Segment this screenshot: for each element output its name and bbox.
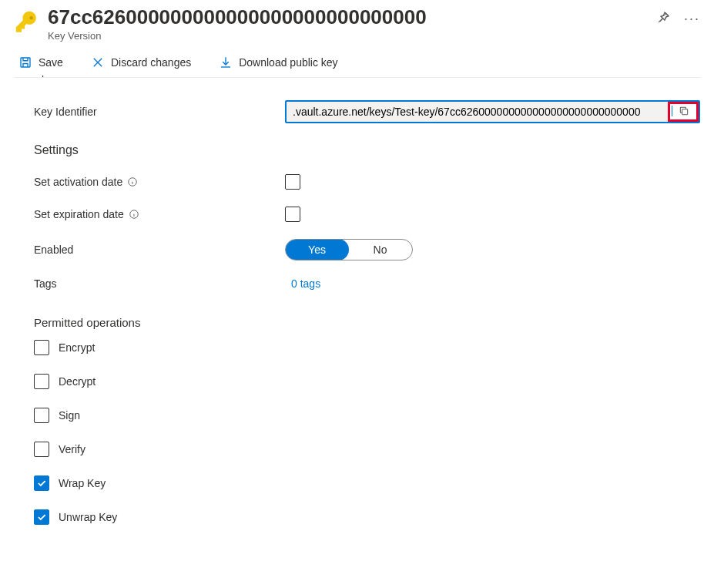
- svg-rect-1: [21, 58, 30, 67]
- op-wrap-label: Wrap Key: [59, 477, 106, 489]
- op-verify-row: Verify: [34, 442, 700, 457]
- save-label: Save: [39, 56, 63, 69]
- save-button[interactable]: Save: [14, 52, 68, 72]
- tags-link[interactable]: 0 tags: [285, 277, 320, 290]
- key-identifier-row: Key Identifier: [14, 100, 700, 123]
- op-verify-checkbox[interactable]: [34, 442, 49, 457]
- expiration-date-checkbox[interactable]: [285, 207, 300, 222]
- enabled-no-option[interactable]: No: [348, 240, 412, 260]
- expiration-date-label: Set expiration date: [34, 208, 124, 220]
- info-icon[interactable]: [129, 209, 139, 220]
- op-unwrap-row: Unwrap Key: [34, 509, 700, 525]
- copy-key-identifier-button[interactable]: [672, 106, 695, 116]
- op-encrypt-label: Encrypt: [59, 341, 95, 354]
- command-bar: Save Discard changes Download public key: [14, 52, 700, 72]
- key-identifier-input[interactable]: [287, 102, 670, 122]
- op-sign-row: Sign: [34, 408, 700, 423]
- op-encrypt-checkbox[interactable]: [34, 340, 49, 355]
- svg-point-0: [29, 16, 33, 20]
- settings-heading: Settings: [14, 143, 700, 157]
- download-public-key-button[interactable]: Download public key: [214, 52, 342, 72]
- op-sign-checkbox[interactable]: [34, 408, 49, 423]
- activation-date-row: Set activation date: [14, 174, 700, 190]
- activation-date-checkbox[interactable]: [285, 174, 300, 190]
- op-wrap-row: Wrap Key: [34, 475, 700, 491]
- key-icon: [14, 9, 40, 35]
- svg-rect-2: [682, 109, 687, 114]
- op-verify-label: Verify: [59, 443, 85, 455]
- tags-label: Tags: [34, 277, 285, 290]
- pin-button[interactable]: [657, 11, 670, 26]
- op-decrypt-checkbox[interactable]: [34, 374, 49, 389]
- discard-button[interactable]: Discard changes: [86, 52, 196, 72]
- key-identifier-label: Key Identifier: [34, 106, 285, 118]
- activation-date-label: Set activation date: [34, 176, 122, 188]
- op-wrap-checkbox[interactable]: [34, 475, 49, 491]
- page-header: 67cc626000000000000000000000000000 Key V…: [14, 0, 700, 42]
- permitted-operations-heading: Permitted operations: [14, 316, 700, 329]
- enabled-toggle[interactable]: Yes No: [285, 239, 413, 260]
- download-label: Download public key: [239, 56, 337, 69]
- tags-row: Tags 0 tags: [14, 277, 700, 290]
- info-icon[interactable]: [127, 176, 138, 187]
- enabled-label: Enabled: [34, 244, 285, 256]
- enabled-yes-option[interactable]: Yes: [285, 239, 349, 260]
- op-encrypt-row: Encrypt: [34, 340, 700, 355]
- page-subtitle: Key Version: [48, 30, 639, 42]
- op-decrypt-row: Decrypt: [34, 374, 700, 389]
- discard-label: Discard changes: [111, 56, 191, 69]
- op-unwrap-checkbox[interactable]: [34, 509, 49, 525]
- more-menu-button[interactable]: ···: [684, 15, 700, 22]
- page-title: 67cc626000000000000000000000000000: [48, 6, 639, 29]
- enabled-row: Enabled Yes No: [14, 239, 700, 260]
- op-sign-label: Sign: [59, 409, 80, 422]
- updated-row-peek: Updated: [34, 76, 700, 83]
- op-decrypt-label: Decrypt: [59, 375, 96, 388]
- op-unwrap-label: Unwrap Key: [59, 511, 117, 523]
- expiration-date-row: Set expiration date: [14, 207, 700, 222]
